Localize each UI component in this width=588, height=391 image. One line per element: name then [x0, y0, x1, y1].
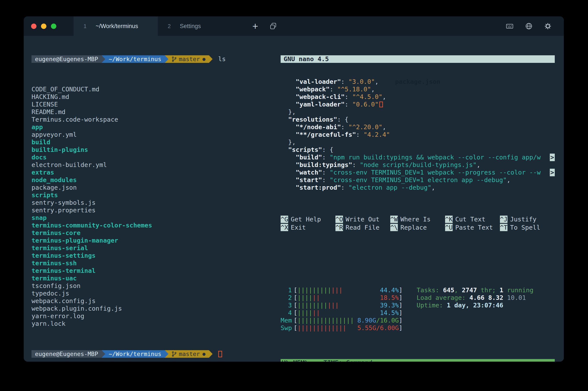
meter-bar: |||||||||||39.3% — [297, 301, 399, 309]
dir-entry: terminus-terminal — [31, 267, 271, 275]
dir-entry: snap — [31, 214, 271, 222]
prompt-path-badge: ~/Work/terminus — [102, 55, 169, 63]
meter-value: /16.0G — [376, 317, 399, 324]
file-entry: sentry.properties — [31, 206, 271, 214]
dir-entry: docs — [31, 154, 271, 161]
nano-line: "build:typings": "node scripts/build-typ… — [281, 161, 555, 169]
git-dirty-dot: ● — [203, 55, 206, 63]
dir-entry: terminus-serial — [31, 244, 271, 252]
git-dirty-dot: ● — [203, 350, 206, 358]
shortcut-label: Write Out — [346, 216, 379, 223]
git-branch-icon — [172, 56, 177, 62]
meter-bar: ||||||||||||44.4% — [297, 287, 399, 294]
globe-icon[interactable] — [525, 22, 533, 30]
meter-label: 1 — [281, 287, 294, 294]
dir-entry: builtin-plugins — [31, 146, 271, 154]
file-entry: CODE_OF_CONDUCT.md — [31, 86, 271, 93]
nano-line: "scripts": { — [281, 146, 555, 154]
shortcut-key: ^G — [281, 216, 288, 223]
nano-line: "build": "npm run build:typings && webpa… — [281, 154, 555, 161]
meter-bar: |||||||||||||5.55G/6.00G — [297, 324, 399, 332]
meter-label: 2 — [281, 294, 294, 301]
dir-entry: node_modules — [31, 176, 271, 184]
meter-bar: ||||||18.5% — [297, 294, 399, 301]
meter-bar: |||||||||||||||8.90G/16.0G — [297, 317, 399, 324]
terminal-pane-right[interactable]: GNU nano 4.5 package.json "val-loader": … — [271, 36, 564, 362]
htop-monitor: 1[||||||||||||44.4%]2[||||||18.5%]3[||||… — [281, 271, 555, 362]
git-branch-icon — [172, 351, 177, 357]
htop-stats: Tasks: 645, 2747 thr; 1 runningLoad aver… — [417, 287, 533, 332]
file-entry: webpack.plugin.config.js — [31, 305, 271, 312]
nano-line: "start:prod": "electron app --debug", — [281, 184, 555, 192]
nano-editor: GNU nano 4.5 package.json "val-loader": … — [281, 40, 555, 247]
keyboard-icon[interactable] — [506, 22, 514, 30]
cpu-meter: 1[||||||||||||44.4%] — [281, 287, 409, 294]
wrap-indicator: > — [550, 169, 555, 176]
typed-command: ls — [218, 55, 226, 63]
meter-bar: ||||||14.5% — [297, 309, 399, 317]
app-window: 1 ~/Work/terminus 2 Settings + — [24, 16, 564, 362]
dir-entry: terminus-settings — [31, 252, 271, 259]
prompt-line-bottom: eugene@Eugenes-MBP ~/Work/terminus maste… — [31, 350, 271, 358]
meter-label: 4 — [281, 309, 294, 317]
htop-stat-line: Tasks: 645, 2747 thr; 1 running — [417, 287, 533, 294]
col-command: Command — [342, 359, 555, 362]
shortcut-label: Read File — [346, 224, 379, 231]
htop-meters-area: 1[||||||||||||44.4%]2[||||||18.5%]3[||||… — [281, 287, 555, 332]
zoom-button[interactable] — [51, 23, 56, 29]
shortcut-key: ^O — [335, 216, 343, 223]
shortcut-label: Paste Text — [455, 224, 493, 231]
prompt-path-badge: ~/Work/terminus — [102, 350, 169, 358]
dir-entry: terminus-ssh — [31, 259, 271, 267]
file-entry: yarn-error.log — [31, 312, 271, 320]
nano-line: "yaml-loader": "0.6.0" — [281, 101, 555, 108]
nano-shortcut: ^TTo Spell — [500, 223, 555, 232]
process-table: U%MEM%TIME+Command.00.20:22.66/System/Li… — [281, 359, 555, 362]
window-content: eugene@Eugenes-MBP ~/Work/terminus maste… — [24, 36, 564, 362]
nano-line: "**/graceful-fs": "4.2.4" — [281, 131, 555, 138]
htop-meters: 1[||||||||||||44.4%]2[||||||18.5%]3[||||… — [281, 287, 409, 332]
col-mem: MEM% — [289, 359, 308, 362]
tab-settings[interactable]: 2 Settings — [158, 16, 242, 36]
file-entry: Terminus.code-workspace — [31, 116, 271, 123]
process-table-header[interactable]: U%MEM%TIME+Command — [281, 359, 555, 362]
shortcut-key: ^W — [390, 216, 398, 223]
nano-line: "webpack-cli": "^4.5.0", — [281, 93, 555, 101]
duplicate-tab-button[interactable] — [269, 22, 277, 30]
nano-cursor — [379, 101, 383, 107]
wrap-indicator: > — [550, 154, 555, 161]
file-entry: HACKING.md — [31, 93, 271, 101]
nano-buffer: "val-loader": "3.0.0", "webpack": "^5.18… — [281, 78, 555, 192]
prompt-git-badge: master ● — [165, 350, 213, 358]
file-list: CODE_OF_CONDUCT.mdHACKING.mdLICENSEREADM… — [31, 86, 271, 327]
shortcut-label: Exit — [291, 224, 306, 231]
nano-shortcut: ^XExit — [281, 223, 335, 232]
dir-entry: terminus-plugin-manager — [31, 237, 271, 244]
tab-terminal[interactable]: 1 ~/Work/terminus — [74, 16, 158, 36]
shortcut-label: Get Help — [291, 216, 321, 223]
nano-line: "watch": "cross-env TERMINUS_DEV=1 webpa… — [281, 169, 555, 176]
htop-stat-line: Uptime: 1 day, 23:07:46 — [417, 301, 533, 309]
htop-stat-line: Load average: 4.66 8.32 10.01 — [417, 294, 533, 301]
tab-title: ~/Work/terminus — [96, 23, 138, 30]
nano-line: "webpack": "^5.18.0", — [281, 86, 555, 93]
terminal-pane-left[interactable]: eugene@Eugenes-MBP ~/Work/terminus maste… — [24, 36, 271, 362]
meter-value: 44.4% — [380, 287, 399, 294]
meter-label: 3 — [281, 301, 294, 309]
close-button[interactable] — [31, 23, 36, 29]
prompt-user-badge: eugene@Eugenes-MBP — [31, 55, 105, 63]
col-cpu: U% — [281, 359, 289, 362]
swap-meter: Swp[|||||||||||||5.55G/6.00G] — [281, 324, 409, 332]
gear-icon[interactable] — [544, 22, 552, 30]
minimize-button[interactable] — [41, 23, 46, 29]
tab-bar: 1 ~/Work/terminus 2 Settings — [74, 16, 242, 36]
nano-line: }, — [281, 138, 555, 146]
shortcut-key: ^U — [445, 224, 453, 231]
tab-number: 2 — [168, 23, 171, 29]
file-entry: typedoc.js — [31, 290, 271, 297]
file-entry: README.md — [31, 108, 271, 116]
shortcut-key: ^\ — [390, 224, 398, 231]
titlebar: 1 ~/Work/terminus 2 Settings + — [24, 16, 564, 36]
meter-label: Swp — [281, 324, 294, 332]
new-tab-button[interactable]: + — [252, 16, 258, 36]
